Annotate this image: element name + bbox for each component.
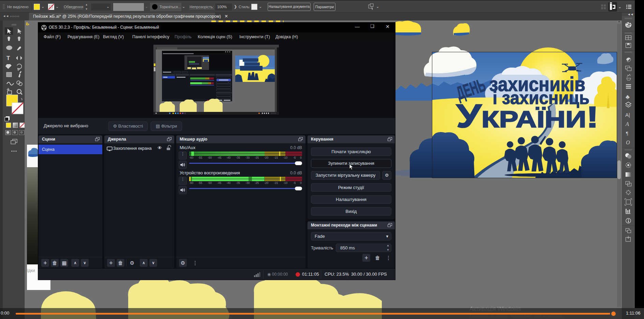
svg-text:A: A xyxy=(625,121,629,127)
svg-text:O: O xyxy=(626,140,630,145)
svg-text:A|: A| xyxy=(625,112,630,118)
svg-text:¶: ¶ xyxy=(626,131,628,136)
svg-text:♣: ♣ xyxy=(626,93,630,100)
svg-text:і захисниць: і захисниць xyxy=(493,88,589,108)
svg-text:T: T xyxy=(6,55,10,61)
